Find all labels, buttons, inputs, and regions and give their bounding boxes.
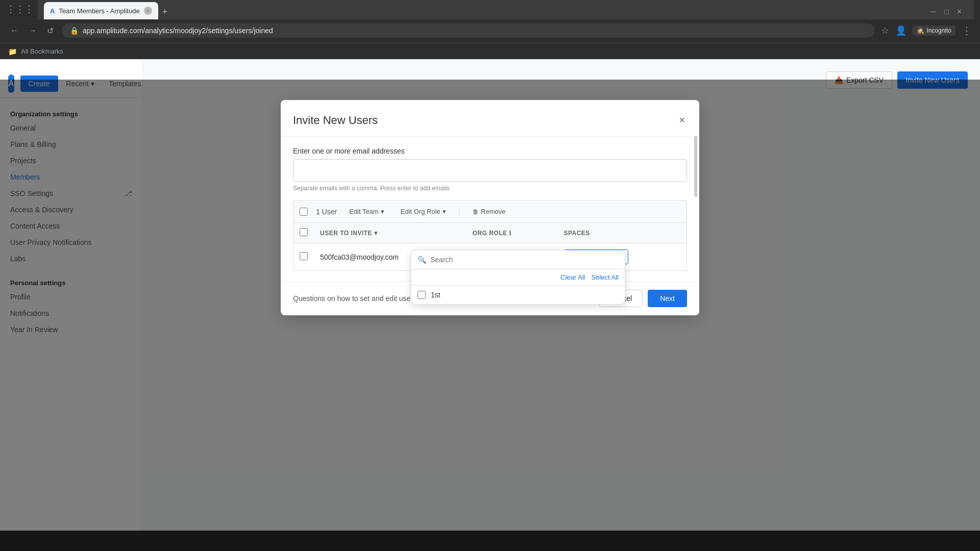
tab-favicon: A — [50, 7, 55, 15]
edit-team-chevron-icon: ▾ — [381, 208, 384, 215]
next-button[interactable]: Next — [648, 290, 687, 307]
select-all-checkbox[interactable] — [300, 208, 308, 216]
email-input[interactable] — [293, 159, 687, 182]
email-hint: Separate emails with a comma. Press ente… — [293, 185, 687, 192]
profile-icon[interactable]: 👤 — [895, 25, 906, 36]
space-1st-checkbox[interactable] — [418, 291, 426, 299]
edit-org-role-chevron-icon: ▾ — [443, 208, 446, 215]
dropdown-search-icon: 🔍 — [418, 256, 426, 264]
email-label: Enter one or more email addresses — [293, 147, 687, 155]
col-user-to-invite: USER TO INVITE ▾ — [314, 223, 467, 243]
modal-overlay: Invite New Users × Enter one or more ema… — [0, 80, 980, 551]
reload-button[interactable]: ↺ — [45, 24, 56, 38]
org-role-info-icon[interactable]: ℹ — [509, 230, 512, 237]
tab-close-button[interactable]: × — [144, 7, 152, 15]
maximize-button[interactable]: □ — [944, 7, 948, 16]
dropdown-search-row: 🔍 — [411, 251, 625, 269]
edit-org-role-button[interactable]: Edit Org Role ▾ — [397, 206, 450, 217]
modal-header: Invite New Users × — [281, 100, 699, 137]
select-all-button[interactable]: Select All — [592, 273, 619, 281]
bookmarks-folder-icon: 📁 — [8, 47, 17, 56]
modal-scroll-thumb — [694, 136, 697, 197]
dropdown-actions: Clear All Select All — [411, 269, 625, 286]
clear-all-button[interactable]: Clear All — [560, 273, 585, 281]
col-spaces: SPACES — [557, 223, 687, 243]
toolbar-separator: | — [458, 207, 460, 216]
browser-tab[interactable]: A Team Members - Amplitude × — [44, 2, 158, 19]
forward-button[interactable]: → — [27, 24, 39, 37]
close-button[interactable]: × — [957, 7, 962, 16]
modal-close-button[interactable]: × — [677, 112, 687, 128]
modal-scroll-track — [694, 131, 697, 375]
all-bookmarks-link[interactable]: All Bookmarks — [21, 47, 63, 55]
user-sort-icon[interactable]: ▾ — [374, 230, 378, 237]
remove-icon: 🗑 — [473, 208, 479, 215]
back-button[interactable]: ← — [8, 24, 20, 37]
col-org-role: ORG ROLE ℹ — [467, 223, 558, 243]
new-tab-button[interactable]: + — [158, 5, 172, 19]
header-checkbox[interactable] — [300, 228, 308, 236]
traffic-lights: ⋮⋮⋮ — [6, 4, 34, 15]
star-icon[interactable]: ☆ — [881, 25, 889, 36]
edit-team-button[interactable]: Edit Team ▾ — [345, 206, 388, 217]
remove-button[interactable]: 🗑 Remove — [469, 206, 509, 217]
incognito-icon: 🕵 — [917, 27, 924, 34]
modal-title: Invite New Users — [293, 114, 378, 127]
lock-icon: 🔒 — [70, 27, 79, 35]
dropdown-search-input[interactable] — [430, 256, 619, 264]
incognito-badge: 🕵 Incognito — [913, 26, 955, 36]
chrome-menu-dots[interactable]: ⋮ — [962, 24, 972, 37]
row-checkbox[interactable] — [300, 252, 308, 260]
user-count: 1 User — [316, 208, 337, 216]
space-dropdown: 🔍 Clear All Select All 1st — [411, 250, 625, 305]
address-text[interactable]: app.amplitude.com/analytics/moodjoy2/set… — [83, 27, 273, 35]
chrome-menu-icon[interactable]: ⋮⋮⋮ — [6, 4, 34, 15]
tab-title: Team Members - Amplitude — [59, 7, 139, 15]
table-toolbar: 1 User Edit Team ▾ Edit Org Role ▾ | 🗑 R… — [293, 200, 687, 223]
dropdown-item-1st[interactable]: 1st — [411, 286, 625, 304]
space-1st-label: 1st — [431, 291, 440, 299]
minimize-button[interactable]: ─ — [930, 7, 936, 16]
